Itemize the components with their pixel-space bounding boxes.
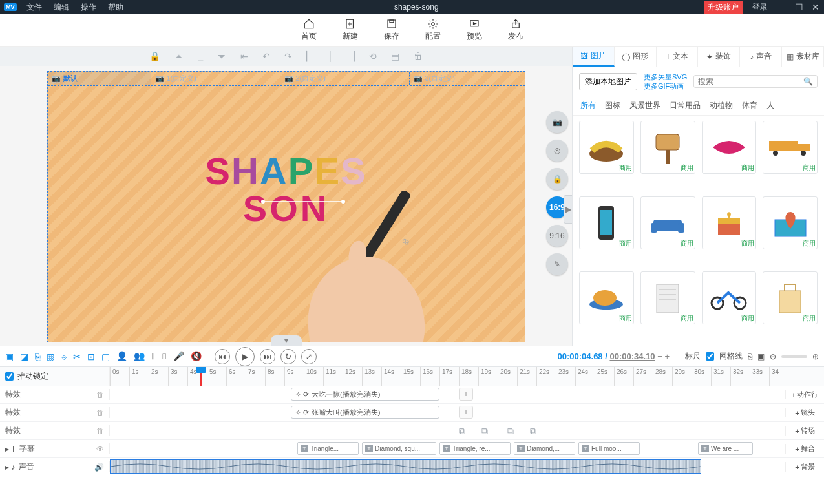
cat-daily[interactable]: 日常用品 (670, 100, 701, 111)
tool-publish[interactable]: 发布 (508, 18, 523, 42)
tab-shape[interactable]: ◯ 图形 (615, 47, 657, 67)
tab-sound[interactable]: ♪ 声音 (740, 47, 782, 67)
asset-phone[interactable]: 商用 (579, 196, 634, 249)
visibility-icon[interactable]: 👁 (96, 445, 104, 454)
asset-bag[interactable]: 商用 (763, 271, 818, 324)
lock-aspect-icon[interactable]: 🔒 (546, 168, 568, 190)
tab-decor[interactable]: ✦ 装饰 (698, 47, 740, 67)
tl-i8-icon[interactable]: ▢ (101, 352, 110, 362)
zoom-slider[interactable] (781, 355, 807, 358)
upgrade-button[interactable]: 升级账户 (704, 1, 743, 14)
add-clip-1[interactable]: + (459, 388, 473, 401)
audio-clip[interactable] (110, 459, 701, 474)
transition-icon[interactable]: ⧉ (507, 426, 514, 437)
close-icon[interactable]: ✕ (807, 2, 824, 12)
add-transition-row[interactable]: + 转场 (785, 426, 824, 436)
asset-motorcycle[interactable]: 商用 (702, 271, 757, 324)
tl-user-icon[interactable]: 👤 (116, 351, 127, 362)
cat-scenery[interactable]: 风景世界 (629, 100, 660, 111)
scene-tab-0[interactable]: 📷 默认 (48, 72, 151, 85)
pencil-icon[interactable]: ✎ (546, 253, 568, 275)
layers-icon[interactable]: ▤ (391, 51, 399, 61)
tl-mic-icon[interactable]: 🎤 (173, 351, 184, 362)
timeline-expand-icon[interactable]: ▾ (271, 335, 302, 346)
asset-sofa[interactable]: 商用 (640, 196, 695, 249)
add-bg-row[interactable]: + 背景 (785, 462, 824, 472)
tl-i5-icon[interactable]: ⟐ (61, 352, 67, 362)
subtitle-clip[interactable]: TTriangle, re... (439, 442, 511, 455)
prev-button[interactable]: ⏮ (215, 349, 230, 364)
align-vmid-icon[interactable]: ⎯ (198, 51, 203, 61)
tool-new[interactable]: 新建 (343, 18, 358, 42)
add-action-row[interactable]: + 动作行 (785, 390, 824, 399)
cat-all[interactable]: 所有 (580, 100, 596, 111)
asset-chicken[interactable]: 商用 (579, 271, 634, 324)
timeline-ruler[interactable]: 推动锁定 0s1s2s3s4s5s6s7s8s9s10s11s12s13s14s… (0, 366, 824, 386)
menu-file[interactable]: 文件 (21, 2, 48, 13)
minimize-icon[interactable]: — (774, 2, 790, 12)
scene-tab-2[interactable]: 📷 2(自定义) (280, 72, 410, 85)
undo-icon[interactable]: ↶ (262, 51, 270, 61)
subtitle-clip[interactable]: TTriangle... (297, 442, 359, 455)
lock-scroll-checkbox[interactable] (5, 372, 14, 381)
tl-cut-icon[interactable]: ▣ (5, 352, 14, 362)
cat-people[interactable]: 人 (766, 100, 774, 111)
playhead[interactable] (200, 367, 202, 386)
grid-checkbox[interactable] (706, 352, 714, 361)
asset-truck[interactable]: 商用 (763, 121, 818, 174)
cat-icon[interactable]: 图标 (605, 100, 620, 111)
tab-library[interactable]: ▦ 素材库 (782, 47, 824, 67)
tl-i3-icon[interactable]: ⎘ (35, 352, 40, 362)
maximize-icon[interactable]: ☐ (790, 2, 807, 12)
trash-icon[interactable]: 🗑 (96, 390, 104, 399)
expand-button[interactable]: ⤢ (301, 349, 317, 364)
flip-h-icon[interactable]: ⟲ (369, 51, 377, 61)
panel-collapse-icon[interactable]: ▶ (564, 195, 572, 224)
tl-wave-icon[interactable]: ⎍ (162, 351, 167, 362)
asset-gift[interactable]: 商用 (702, 196, 757, 249)
subtitle-clip[interactable]: TWe are ... (698, 442, 753, 455)
tl-i2-icon[interactable]: ◪ (20, 352, 28, 362)
asset-map-pin[interactable]: 商用 (763, 196, 818, 249)
delete-icon[interactable]: 🗑 (414, 51, 423, 61)
play-button[interactable]: ▶ (235, 347, 255, 366)
clip-fx-1[interactable]: ✧ ⟳ 大吃一惊(播放完消失)⋯ (291, 388, 439, 401)
scene-tab-3[interactable]: 📷 3(自定义) (410, 72, 525, 85)
tab-image[interactable]: 🖼 图片 (573, 47, 615, 67)
tl-eq-icon[interactable]: ⦀ (151, 351, 155, 362)
align-l-icon[interactable]: ▏ (306, 51, 313, 61)
volume-icon[interactable]: 🔊 (94, 463, 104, 472)
add-clip-2[interactable]: + (459, 406, 473, 419)
tool-save[interactable]: 保存 (384, 18, 399, 42)
link-more-svg[interactable]: 更多矢量SVG (644, 72, 687, 81)
zoom-in-icon[interactable]: ⊕ (812, 352, 819, 361)
tl-mute-icon[interactable]: 🔇 (191, 351, 202, 362)
menu-action[interactable]: 操作 (75, 2, 102, 13)
cat-sport[interactable]: 体育 (742, 100, 757, 111)
menu-help[interactable]: 帮助 (102, 2, 129, 13)
add-camera-row[interactable]: + 镜头 (785, 408, 824, 417)
next-button[interactable]: ⏭ (260, 349, 275, 364)
align-c-icon[interactable]: │ (328, 51, 333, 61)
add-local-image-button[interactable]: 添加本地图片 (579, 73, 637, 90)
aspect-9-16[interactable]: 9:16 (546, 225, 568, 247)
scene-tab-1[interactable]: 📷 1(自定义) (151, 72, 280, 85)
subtitle-clip[interactable]: TDiamond,... (514, 442, 575, 455)
tool-config[interactable]: 配置 (425, 18, 441, 42)
camera-icon[interactable]: 📷 (546, 111, 568, 133)
login-button[interactable]: 登录 (746, 2, 774, 13)
search-input[interactable]: 🔍 (693, 75, 818, 88)
redo-icon[interactable]: ↷ (284, 51, 292, 61)
trash-icon[interactable]: 🗑 (96, 408, 104, 417)
lock-icon[interactable]: 🔒 (149, 51, 160, 61)
subtitle-clip[interactable]: TDiamond, squ... (362, 442, 436, 455)
align-bottom-icon[interactable]: ⏷ (217, 51, 226, 61)
align-top-icon[interactable]: ⏶ (174, 51, 184, 61)
asset-noodles[interactable]: 商用 (579, 121, 634, 174)
tool-preview[interactable]: 预览 (467, 18, 482, 42)
menu-edit[interactable]: 编辑 (48, 2, 75, 13)
trash-icon[interactable]: 🗑 (96, 426, 104, 436)
align-left-icon[interactable]: ⇤ (240, 51, 248, 61)
link-more-gif[interactable]: 更多GIF动画 (644, 81, 687, 90)
tl-user2-icon[interactable]: 👥 (134, 351, 145, 362)
